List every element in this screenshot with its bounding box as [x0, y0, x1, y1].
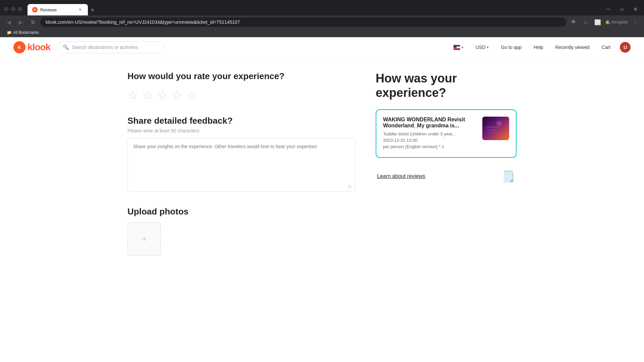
- right-heading-line2: experience?: [376, 86, 446, 100]
- upload-photo-button[interactable]: +: [127, 222, 161, 256]
- plus-icon: +: [142, 234, 147, 244]
- left-panel: How would you rate your experience? ☆ ☆ …: [127, 71, 356, 256]
- browser-titlebar: K Reviews ✕ + ─ ▭ ✕: [0, 0, 644, 15]
- forward-button[interactable]: ▶: [16, 17, 25, 27]
- eye-slash-icon[interactable]: 👁: [569, 17, 578, 27]
- window-restore-os-button[interactable]: ▭: [617, 4, 627, 14]
- star-5[interactable]: ☆: [186, 88, 197, 102]
- upload-section: Upload photos +: [127, 206, 356, 256]
- help-label: Help: [534, 45, 543, 50]
- svg-rect-7: [486, 129, 496, 130]
- tabs-bar: K Reviews ✕ +: [25, 4, 601, 15]
- language-selector[interactable]: ▾: [451, 44, 466, 51]
- help-link[interactable]: Help: [531, 43, 546, 51]
- star-2[interactable]: ☆: [142, 88, 153, 102]
- star-4[interactable]: ☆: [172, 88, 182, 102]
- currency-selector[interactable]: USD ▾: [473, 43, 492, 51]
- upload-title: Upload photos: [127, 206, 356, 217]
- search-bar[interactable]: 🔍 Search destinations or activities: [57, 41, 164, 53]
- booking-image: [482, 117, 509, 140]
- go-to-app-link[interactable]: Go to app: [498, 43, 524, 51]
- us-flag-icon: [453, 45, 460, 50]
- booking-card[interactable]: WAKING WONDERLAND Revisit Wonderland_My …: [376, 109, 517, 158]
- chevron-down-icon: ▾: [462, 45, 464, 50]
- svg-rect-4: [482, 117, 509, 140]
- notepad-icon: 🗒️: [502, 170, 515, 183]
- learn-reviews-section: Learn about reviews 🗒️: [376, 165, 517, 188]
- right-heading-line1: How was your: [376, 71, 457, 85]
- browser-chrome: K Reviews ✕ + ─ ▭ ✕ ◀ ▶ ↻ 👁 ☆ ⬜ 🕵️ Incog…: [0, 0, 644, 37]
- more-options-button[interactable]: ⋮: [631, 17, 640, 27]
- star-1[interactable]: ☆: [127, 88, 138, 102]
- feedback-title: Share detailed feedback?: [127, 116, 356, 126]
- klook-logo[interactable]: K klook: [13, 41, 50, 53]
- browser-toolbar: ◀ ▶ ↻ 👁 ☆ ⬜ 🕵️ Incognito ⋮: [0, 15, 644, 29]
- flag-canton: [453, 45, 457, 48]
- active-tab[interactable]: K Reviews ✕: [28, 4, 88, 15]
- currency-chevron-icon: ▾: [487, 45, 489, 50]
- bookmarks-label: All Bookmarks: [13, 30, 39, 35]
- stars-rating: ☆ ☆ ☆ ☆ ☆: [127, 88, 356, 102]
- user-avatar[interactable]: U: [620, 42, 631, 53]
- bookmarks-bar: 📁 All Bookmarks: [0, 29, 644, 37]
- search-placeholder: Search destinations or activities: [72, 45, 138, 50]
- back-button[interactable]: ◀: [4, 17, 13, 27]
- avatar-initial: U: [624, 45, 627, 50]
- page-content: K klook 🔍 Search destinations or activit…: [0, 37, 644, 359]
- search-icon: 🔍: [63, 44, 69, 50]
- right-panel: How was your experience? WAKING WONDERLA…: [376, 71, 517, 256]
- klook-logo-text: klook: [28, 42, 50, 53]
- site-header: K klook 🔍 Search destinations or activit…: [0, 37, 644, 58]
- incognito-label: Incognito: [611, 20, 628, 24]
- window-maximize-button[interactable]: [11, 7, 15, 11]
- feedback-section: Share detailed feedback? Please write at…: [127, 116, 356, 193]
- booking-title: WAKING WONDERLAND Revisit Wonderland_My …: [383, 117, 477, 129]
- textarea-counter: 0: [348, 184, 351, 189]
- learn-reviews-link[interactable]: Learn about reviews: [377, 173, 425, 179]
- tab-favicon: K: [32, 7, 38, 12]
- bookmark-star-icon[interactable]: ☆: [581, 17, 590, 27]
- window-close-button[interactable]: [17, 7, 22, 11]
- tab-title: Reviews: [40, 7, 74, 12]
- incognito-indicator: 🕵️ Incognito: [605, 20, 628, 24]
- booking-image-inner: [482, 117, 509, 140]
- go-to-app-label: Go to app: [501, 45, 522, 50]
- svg-text:K: K: [18, 45, 21, 50]
- folder-icon: 📁: [7, 30, 12, 35]
- window-minimize-os-button[interactable]: ─: [604, 4, 613, 14]
- booking-date: 2023-12-31 13:00: [383, 138, 477, 143]
- window-close-os-button[interactable]: ✕: [631, 4, 640, 14]
- klook-logo-svg: K: [13, 41, 25, 53]
- svg-point-5: [496, 121, 502, 126]
- header-nav: ▾ USD ▾ Go to app Help Recently viewed C…: [451, 42, 631, 53]
- window-controls: [4, 7, 22, 11]
- address-bar[interactable]: [40, 17, 566, 27]
- svg-rect-8: [486, 132, 497, 133]
- window-minimize-button[interactable]: [4, 7, 9, 11]
- booking-per-person: per person (English version) * 1: [383, 144, 477, 149]
- cart-label: Cart: [602, 45, 610, 50]
- profile-switcher-icon[interactable]: ⬜: [593, 17, 602, 27]
- tab-close-button[interactable]: ✕: [77, 7, 83, 13]
- cart-link[interactable]: Cart: [599, 43, 613, 51]
- window-action-controls: ─ ▭ ✕: [604, 4, 640, 14]
- star-3[interactable]: ☆: [157, 88, 168, 102]
- feedback-textarea[interactable]: [127, 138, 356, 192]
- booking-info: WAKING WONDERLAND Revisit Wonderland_My …: [383, 117, 477, 150]
- toolbar-right: 👁 ☆ ⬜ 🕵️ Incognito ⋮: [569, 17, 640, 27]
- right-panel-heading: How was your experience?: [376, 71, 517, 100]
- main-layout: How would you rate your experience? ☆ ☆ …: [87, 58, 557, 269]
- all-bookmarks-folder[interactable]: 📁 All Bookmarks: [4, 29, 42, 36]
- recently-viewed-label: Recently viewed: [555, 45, 590, 50]
- rate-experience-title: How would you rate your experience?: [127, 71, 356, 81]
- currency-label: USD: [476, 45, 486, 50]
- reload-button[interactable]: ↻: [28, 17, 38, 27]
- svg-rect-6: [486, 127, 499, 127]
- new-tab-button[interactable]: +: [88, 5, 97, 15]
- recently-viewed-link[interactable]: Recently viewed: [553, 43, 592, 51]
- svg-text:K: K: [34, 8, 36, 11]
- feedback-subtitle: Please write at least 50 characters: [127, 128, 356, 133]
- incognito-icon: 🕵️: [605, 20, 610, 24]
- booking-image-svg: [482, 117, 509, 140]
- booking-ticket-type: Toddler ticket (children under 3 year...: [383, 131, 477, 136]
